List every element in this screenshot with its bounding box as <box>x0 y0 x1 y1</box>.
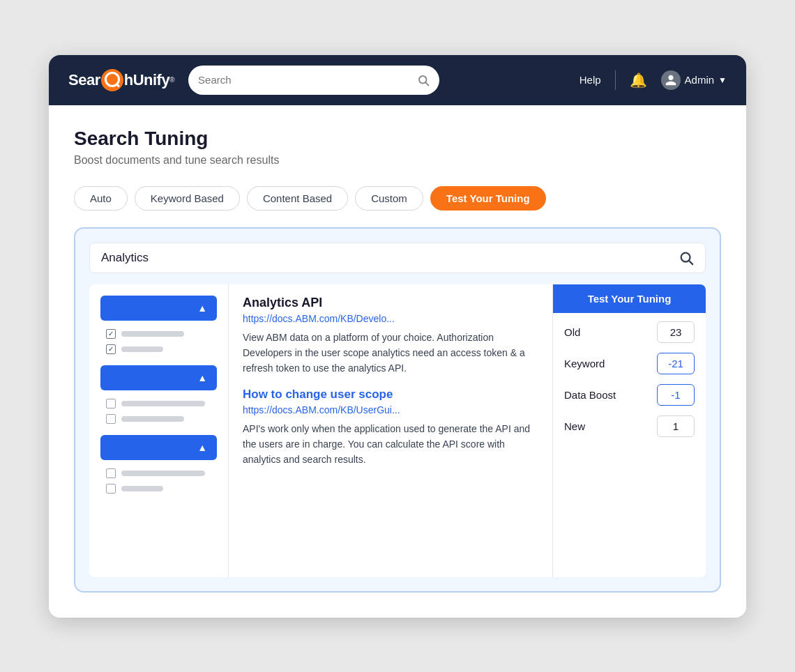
tab-keyword-based[interactable]: Keyword Based <box>135 186 240 211</box>
result-1-url[interactable]: https://docs.ABM.com/KB/Develo... <box>243 313 538 324</box>
filter-line-1 <box>121 331 184 337</box>
logo-text-before: Sear <box>68 71 100 89</box>
filter-item-1 <box>106 329 214 339</box>
filter-line-4 <box>121 416 184 422</box>
admin-avatar <box>661 70 681 90</box>
tuning-keyword-label: Keyword <box>564 358 605 369</box>
logo-text-after: hUnify <box>124 71 169 89</box>
page-title: Search Tuning <box>74 128 721 150</box>
filter-line-5 <box>121 471 205 476</box>
tab-custom[interactable]: Custom <box>355 186 423 211</box>
tuning-old-value: 23 <box>657 321 695 343</box>
tuning-data-boost-label: Data Boost <box>564 389 616 401</box>
filter-btn-2-chevron: ▲ <box>197 372 207 383</box>
tab-content-based[interactable]: Content Based <box>247 186 348 211</box>
panel-search-bar: Analytics <box>89 243 706 273</box>
left-filters: ▲ <box>89 284 229 577</box>
filter-item-6 <box>106 484 214 494</box>
help-link[interactable]: Help <box>580 74 601 86</box>
logo: Sear hUnify ® <box>68 69 174 91</box>
tabs-nav: Auto Keyword Based Content Based Custom … <box>74 186 721 211</box>
tuning-old-label: Old <box>564 326 580 338</box>
filter-group-2: ▲ <box>100 365 217 427</box>
filter-item-3 <box>106 399 214 408</box>
global-search-input[interactable] <box>198 74 411 86</box>
page-subtitle: Boost documents and tune search results <box>74 154 721 167</box>
logo-icon <box>101 69 123 91</box>
tuning-keyword-value: -21 <box>657 353 695 374</box>
filter-checkbox-4[interactable] <box>106 414 116 424</box>
global-search-bar <box>188 66 439 95</box>
tuning-panel-body: Old 23 Keyword -21 Data Boost -1 New <box>553 313 706 455</box>
tuning-new-label: New <box>564 420 585 432</box>
svg-line-3 <box>689 261 692 264</box>
result-2-url[interactable]: https://docs.ABM.com/KB/UserGui... <box>243 404 538 415</box>
result-2-desc: API's work only when the application use… <box>243 421 538 468</box>
tuning-panel-header: Test Your Tuning <box>553 284 706 313</box>
result-2-title: How to change user scope <box>243 388 538 402</box>
filter-checkbox-3[interactable] <box>106 399 116 408</box>
filter-btn-1[interactable]: ▲ <box>100 296 217 321</box>
panel-search-query: Analytics <box>101 251 679 265</box>
result-item-1: Analytics API https://docs.ABM.com/KB/De… <box>243 296 538 376</box>
admin-chevron-icon: ▼ <box>718 75 727 85</box>
filter-btn-2[interactable]: ▲ <box>100 365 217 390</box>
filter-items-2 <box>100 396 217 427</box>
filter-group-1: ▲ <box>100 296 217 357</box>
filter-checkbox-2[interactable] <box>106 344 116 354</box>
tuning-row-keyword: Keyword -21 <box>564 353 695 374</box>
tuning-row-data-boost: Data Boost -1 <box>564 384 695 406</box>
filter-item-4 <box>106 414 214 424</box>
app-window: Sear hUnify ® Help 🔔 Admin ▼ Sear <box>49 55 746 618</box>
filter-line-2 <box>121 346 163 352</box>
tab-auto[interactable]: Auto <box>74 186 128 211</box>
main-content: Search Tuning Boost documents and tune s… <box>49 105 746 618</box>
filter-item-2 <box>106 344 214 354</box>
tuning-row-new: New 1 <box>564 415 695 437</box>
filter-line-6 <box>121 486 163 491</box>
panel-search-icon[interactable] <box>679 250 694 266</box>
tuning-row-old: Old 23 <box>564 321 695 343</box>
header-right: Help 🔔 Admin ▼ <box>580 70 727 90</box>
content-area: ▲ <box>89 284 706 577</box>
svg-line-1 <box>425 82 428 85</box>
filter-item-5 <box>106 468 214 478</box>
tab-test-your-tuning[interactable]: Test Your Tuning <box>430 186 546 211</box>
filter-btn-3-chevron: ▲ <box>197 442 207 453</box>
result-item-2: How to change user scope https://docs.AB… <box>243 388 538 468</box>
filter-checkbox-1[interactable] <box>106 329 116 339</box>
filter-line-3 <box>121 401 205 406</box>
filter-items-1 <box>100 326 217 357</box>
tuning-scores-panel: Test Your Tuning Old 23 Keyword -21 Data… <box>552 284 706 577</box>
tuning-panel: Analytics ▲ <box>74 227 721 593</box>
filter-btn-1-chevron: ▲ <box>197 303 207 314</box>
filter-items-3 <box>100 466 217 496</box>
admin-menu[interactable]: Admin ▼ <box>661 70 727 90</box>
tuning-data-boost-value: -1 <box>657 384 695 406</box>
filter-checkbox-5[interactable] <box>106 468 116 478</box>
filter-btn-3[interactable]: ▲ <box>100 435 217 460</box>
header-divider <box>615 70 616 90</box>
notifications-icon[interactable]: 🔔 <box>630 72 647 89</box>
search-results: Analytics API https://docs.ABM.com/KB/De… <box>229 284 552 577</box>
admin-label: Admin <box>685 74 715 86</box>
global-search-icon <box>417 74 430 86</box>
result-1-title: Analytics API <box>243 296 538 310</box>
result-1-desc: View ABM data on a platform of your choi… <box>243 330 538 376</box>
header: Sear hUnify ® Help 🔔 Admin ▼ <box>49 55 746 105</box>
filter-group-3: ▲ <box>100 435 217 496</box>
filter-checkbox-6[interactable] <box>106 484 116 494</box>
logo-trademark: ® <box>169 76 174 84</box>
tuning-new-value: 1 <box>657 415 695 437</box>
